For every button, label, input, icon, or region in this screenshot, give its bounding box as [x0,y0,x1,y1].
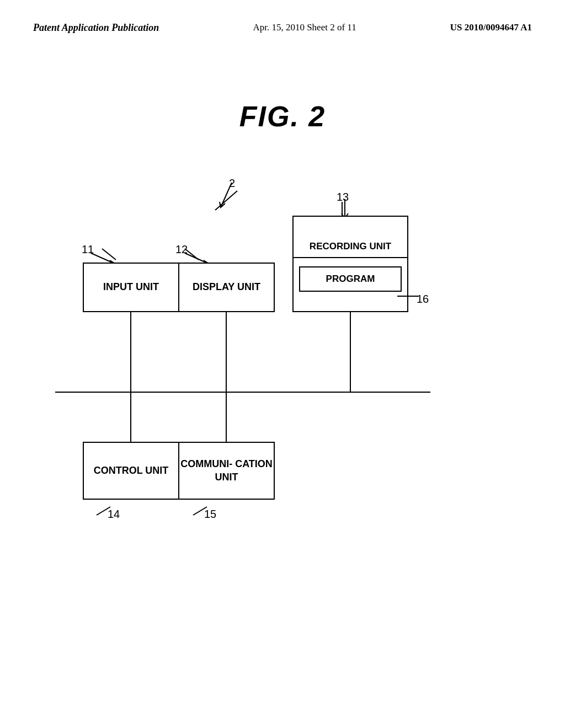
control-unit-box: CONTROL UNIT [83,442,179,500]
figure-title: FIG. 2 [0,100,565,133]
recording-unit-box: RECORDING UNIT PROGRAM [292,216,408,312]
arrow-2 [215,180,243,213]
date-sheet-label: Apr. 15, 2010 Sheet 2 of 11 [253,22,356,33]
input-unit-box: INPUT UNIT [83,263,179,312]
svg-line-16 [97,507,110,515]
display-unit-label: DISPLAY UNIT [193,281,260,293]
patent-number-label: US 2010/0094647 A1 [450,22,532,33]
diagram-lines [0,149,565,591]
program-label: PROGRAM [326,274,375,284]
communication-unit-label: COMMUNI- CATION UNIT [179,458,274,484]
arrow-14 [94,504,116,518]
svg-line-17 [193,507,207,515]
diagram-container: 2 13 11 12 INPUT UNIT DISPLAY UNIT RECOR… [0,149,565,591]
display-unit-box: DISPLAY UNIT [178,263,275,312]
communication-unit-box: COMMUNI- CATION UNIT [178,442,275,500]
page-header: Patent Application Publication Apr. 15, … [0,0,565,34]
recording-unit-label: RECORDING UNIT [310,241,391,251]
svg-line-11 [221,183,232,207]
arrow-16 [397,291,419,302]
input-unit-label: INPUT UNIT [103,281,159,293]
arrow-15 [190,504,212,518]
publication-label: Patent Application Publication [33,22,159,34]
control-unit-label: CONTROL UNIT [94,464,169,477]
